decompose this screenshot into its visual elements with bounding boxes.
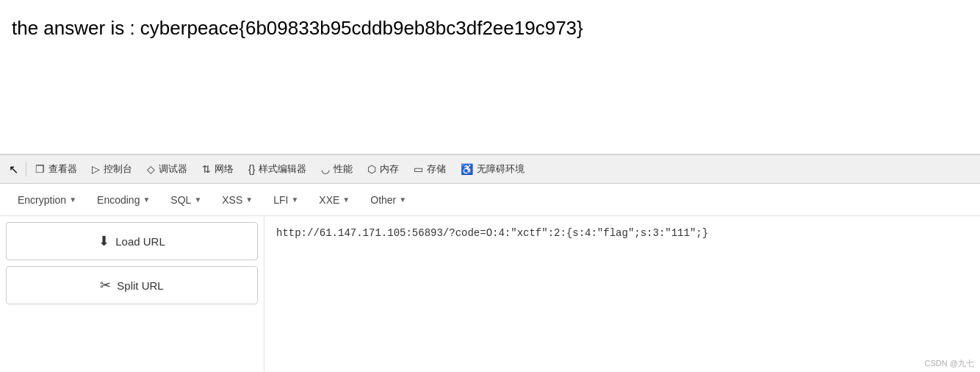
style-editor-label: 样式编辑器 (259, 162, 306, 176)
filter-xss-label: XSS (222, 194, 242, 206)
split-url-button[interactable]: ✂ Split URL (6, 266, 258, 304)
lfi-chevron-icon: ▼ (291, 196, 298, 204)
load-url-button[interactable]: ⬇ Load URL (6, 222, 258, 260)
storage-label: 存储 (427, 162, 446, 176)
main-area: ⬇ Load URL ✂ Split URL http://61.147.171… (0, 216, 980, 372)
devtools-toolbar: ↖ ❐ 查看器 ▷ 控制台 ◇ 调试器 ⇅ 网络 {} 样式编辑器 ◡ 性能 ⬡… (0, 154, 980, 184)
split-url-icon: ✂ (100, 277, 111, 293)
filter-other-label: Other (370, 194, 396, 206)
toolbar-separator (26, 162, 26, 176)
inspector-tool[interactable]: ❐ 查看器 (28, 155, 84, 183)
content-area: the answer is : cyberpeace{6b09833b95cdd… (0, 0, 980, 154)
debugger-tool[interactable]: ◇ 调试器 (140, 155, 195, 183)
filter-xxe-label: XXE (319, 194, 339, 206)
filter-encryption[interactable]: Encryption ▼ (9, 190, 85, 210)
filter-lfi[interactable]: LFI ▼ (264, 190, 307, 210)
filter-other[interactable]: Other ▼ (361, 190, 415, 210)
style-editor-tool[interactable]: {} 样式编辑器 (241, 155, 314, 183)
performance-label: 性能 (334, 162, 353, 176)
console-label: 控制台 (104, 162, 132, 176)
filter-toolbar: Encryption ▼ Encoding ▼ SQL ▼ XSS ▼ LFI … (0, 184, 980, 216)
filter-sql[interactable]: SQL ▼ (162, 190, 210, 210)
accessibility-tool[interactable]: ♿ 无障碍环境 (453, 155, 532, 183)
xss-chevron-icon: ▼ (245, 196, 253, 204)
performance-tool[interactable]: ◡ 性能 (314, 155, 360, 183)
cursor-button[interactable]: ↖ (3, 160, 24, 179)
cursor-icon: ↖ (9, 163, 18, 176)
other-chevron-icon: ▼ (399, 196, 406, 204)
encoding-chevron-icon: ▼ (143, 196, 150, 204)
load-url-label: Load URL (115, 235, 165, 248)
network-tool[interactable]: ⇅ 网络 (195, 155, 241, 183)
filter-encoding[interactable]: Encoding ▼ (88, 190, 159, 210)
filter-encryption-label: Encryption (18, 194, 66, 206)
memory-label: 内存 (380, 162, 399, 176)
inspector-icon: ❐ (35, 163, 45, 175)
load-url-icon: ⬇ (98, 233, 109, 249)
style-editor-icon: {} (248, 163, 255, 175)
split-url-label: Split URL (117, 279, 163, 292)
sql-chevron-icon: ▼ (194, 196, 201, 204)
filter-encoding-label: Encoding (97, 194, 140, 206)
performance-icon: ◡ (321, 163, 330, 175)
inspector-label: 查看器 (48, 162, 77, 176)
storage-tool[interactable]: ▭ 存储 (406, 155, 453, 183)
memory-tool[interactable]: ⬡ 内存 (360, 155, 406, 183)
accessibility-icon: ♿ (461, 163, 473, 175)
filter-xxe[interactable]: XXE ▼ (310, 190, 359, 210)
accessibility-label: 无障碍环境 (477, 162, 525, 176)
network-label: 网络 (215, 162, 234, 176)
filter-lfi-label: LFI (273, 194, 288, 206)
console-tool[interactable]: ▷ 控制台 (84, 155, 140, 183)
left-panel: ⬇ Load URL ✂ Split URL (0, 216, 264, 372)
xxe-chevron-icon: ▼ (342, 196, 350, 204)
filter-sql-label: SQL (170, 194, 191, 206)
storage-icon: ▭ (414, 163, 423, 175)
debugger-icon: ◇ (147, 163, 155, 175)
watermark: CSDN @九七 (925, 358, 974, 369)
encryption-chevron-icon: ▼ (69, 196, 76, 204)
memory-icon: ⬡ (367, 163, 376, 175)
network-icon: ⇅ (202, 163, 211, 175)
url-display: http://61.147.171.105:56893/?code=O:4:"x… (276, 227, 708, 239)
console-icon: ▷ (92, 163, 100, 175)
answer-text: the answer is : cyberpeace{6b09833b95cdd… (12, 17, 583, 39)
debugger-label: 调试器 (159, 162, 187, 176)
filter-xss[interactable]: XSS ▼ (213, 190, 262, 210)
right-panel: http://61.147.171.105:56893/?code=O:4:"x… (264, 216, 980, 372)
